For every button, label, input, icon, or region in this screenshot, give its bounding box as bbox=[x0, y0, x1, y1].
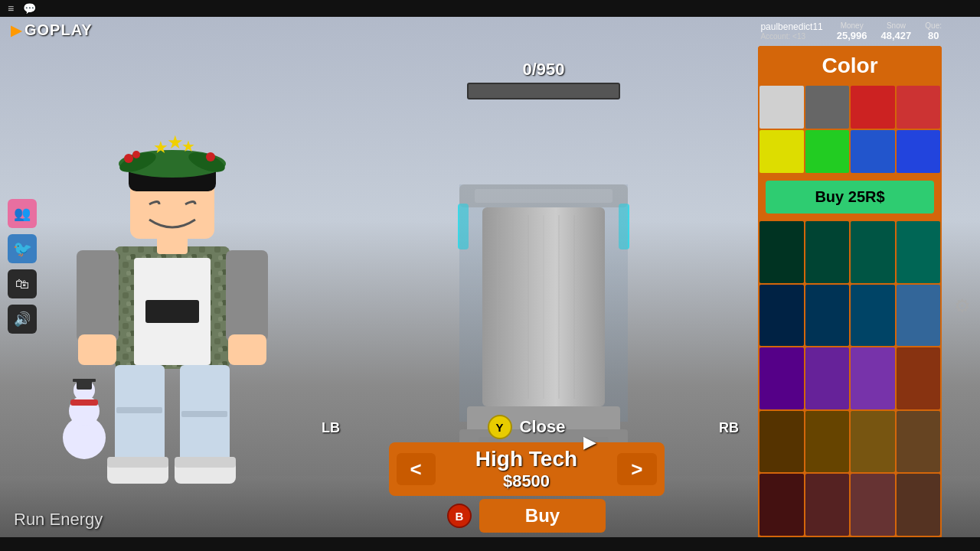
progress-container: 0/950 bbox=[459, 60, 628, 99]
color-cell-red[interactable] bbox=[851, 86, 895, 129]
buy-rs-button[interactable]: Buy 25R$ bbox=[766, 181, 934, 214]
run-text: Run bbox=[14, 510, 44, 529]
hud-snow-value: 48,427 bbox=[881, 30, 912, 41]
close-row: Y Close bbox=[488, 415, 566, 439]
item-price: $8500 bbox=[503, 471, 550, 491]
top-bar-icons: ≡ 💬 bbox=[8, 2, 36, 15]
color-cell-steelblue[interactable] bbox=[897, 285, 941, 347]
color-cell-purple1[interactable] bbox=[760, 347, 804, 409]
color-cell-darknavy2[interactable] bbox=[805, 285, 850, 347]
svg-rect-21 bbox=[107, 457, 168, 468]
svg-rect-35 bbox=[73, 379, 96, 382]
close-text[interactable]: Close bbox=[520, 417, 566, 437]
color-cell-lightred[interactable] bbox=[897, 86, 941, 129]
goplay-logo: ▶ GOPLAY bbox=[11, 21, 93, 39]
b-button[interactable]: B bbox=[447, 504, 472, 528]
friends-icon[interactable]: 👥 bbox=[8, 199, 37, 228]
svg-point-14 bbox=[206, 152, 215, 161]
color-cell-green[interactable] bbox=[805, 130, 850, 173]
item-info: High Tech $8500 bbox=[442, 447, 612, 491]
hud-username: paulbenedict11 bbox=[760, 21, 822, 32]
next-button[interactable]: > bbox=[617, 453, 656, 485]
color-cell-darkgray[interactable] bbox=[805, 86, 850, 129]
color-cell-blue[interactable] bbox=[851, 130, 895, 173]
settings-icon[interactable]: ⚙ bbox=[954, 295, 971, 317]
svg-rect-25 bbox=[78, 334, 116, 365]
svg-rect-24 bbox=[226, 250, 268, 342]
color-panel-title: Color bbox=[758, 46, 942, 84]
hud-money-label: Money bbox=[841, 21, 864, 30]
color-panel: Color Buy 25R$ bbox=[758, 46, 942, 537]
color-cell-darkred4[interactable] bbox=[897, 474, 941, 536]
color-cell-darkblue[interactable] bbox=[897, 130, 941, 173]
top-bar: ≡ 💬 bbox=[0, 0, 980, 17]
color-cell-teal[interactable] bbox=[897, 221, 941, 283]
svg-rect-17 bbox=[116, 407, 162, 413]
svg-text:★: ★ bbox=[181, 138, 195, 155]
hud-snow-label: Snow bbox=[887, 21, 906, 30]
goplay-arrow-icon: ▶ bbox=[11, 22, 21, 39]
color-cell-brown2[interactable] bbox=[760, 411, 804, 473]
svg-text:★: ★ bbox=[153, 138, 168, 157]
menu-icon[interactable]: ≡ bbox=[8, 2, 14, 15]
hud-que: Que: 80 bbox=[925, 21, 942, 41]
color-cell-darkgreen2[interactable] bbox=[805, 221, 850, 283]
hud-que-value: 80 bbox=[928, 30, 939, 41]
hud-money-value: 25,996 bbox=[837, 30, 867, 41]
hud-account: Account: <13 bbox=[760, 32, 805, 41]
character-area: ★ ★ ★ bbox=[0, 78, 337, 537]
color-cell-yellow[interactable] bbox=[760, 130, 804, 173]
color-cell-darkgreen1[interactable] bbox=[760, 221, 804, 283]
svg-rect-33 bbox=[70, 399, 98, 406]
goplay-text: GOPLAY bbox=[24, 21, 93, 39]
color-cell-darkred2[interactable] bbox=[805, 474, 850, 536]
svg-rect-3 bbox=[145, 300, 199, 323]
buy-button[interactable]: Buy bbox=[479, 499, 606, 533]
color-cell-lightgray[interactable] bbox=[760, 86, 804, 129]
hud-user: paulbenedict11 Account: <13 bbox=[760, 21, 822, 41]
left-sidebar: 👥 🐦 🛍 🔊 bbox=[8, 199, 37, 334]
svg-point-13 bbox=[132, 151, 140, 158]
speaker-icon[interactable]: 🔊 bbox=[8, 305, 37, 334]
color-cell-darkred3[interactable] bbox=[851, 474, 895, 536]
svg-point-12 bbox=[124, 154, 133, 163]
hud-que-label: Que: bbox=[925, 21, 942, 30]
color-cell-purple2[interactable] bbox=[805, 347, 850, 409]
color-cell-brown4[interactable] bbox=[851, 411, 895, 473]
svg-rect-15 bbox=[115, 365, 165, 465]
color-grid-bottom bbox=[758, 220, 942, 537]
color-cell-brown3[interactable] bbox=[805, 411, 850, 473]
bottom-controls: Y Close < High Tech $8500 > B Buy bbox=[299, 415, 754, 533]
svg-rect-22 bbox=[175, 457, 236, 468]
progress-bar-background bbox=[467, 83, 620, 99]
nav-box: < High Tech $8500 > bbox=[389, 442, 665, 496]
y-button[interactable]: Y bbox=[488, 415, 512, 439]
twitter-icon[interactable]: 🐦 bbox=[8, 234, 37, 263]
svg-rect-18 bbox=[181, 411, 227, 417]
svg-rect-23 bbox=[77, 250, 119, 342]
prev-button[interactable]: < bbox=[397, 453, 436, 485]
bottom-bar bbox=[0, 537, 980, 551]
hud-snow: Snow 48,427 bbox=[881, 21, 912, 41]
color-cell-darknavy3[interactable] bbox=[851, 285, 895, 347]
color-cell-darknavy1[interactable] bbox=[760, 285, 804, 347]
color-cell-purple3[interactable] bbox=[851, 347, 895, 409]
progress-text: 0/950 bbox=[522, 60, 564, 80]
character-svg: ★ ★ ★ bbox=[46, 109, 299, 491]
item-name: High Tech bbox=[475, 447, 577, 471]
buy-row: B Buy bbox=[447, 499, 606, 533]
color-grid-top bbox=[758, 84, 942, 174]
bag-icon[interactable]: 🛍 bbox=[8, 269, 37, 298]
chat-icon[interactable]: 💬 bbox=[23, 2, 36, 15]
color-cell-brown1[interactable] bbox=[897, 347, 941, 409]
hud-money: Money 25,996 bbox=[837, 21, 867, 41]
hud-stats: paulbenedict11 Account: <13 Money 25,996… bbox=[760, 21, 942, 41]
svg-rect-26 bbox=[228, 334, 266, 365]
color-cell-darkred1[interactable] bbox=[760, 474, 804, 536]
run-energy-text: Run Energy bbox=[14, 510, 103, 530]
energy-word: Energy bbox=[49, 510, 103, 529]
color-cell-darkgreen3[interactable] bbox=[851, 221, 895, 283]
color-cell-brown5[interactable] bbox=[897, 411, 941, 473]
svg-rect-27 bbox=[157, 235, 188, 254]
